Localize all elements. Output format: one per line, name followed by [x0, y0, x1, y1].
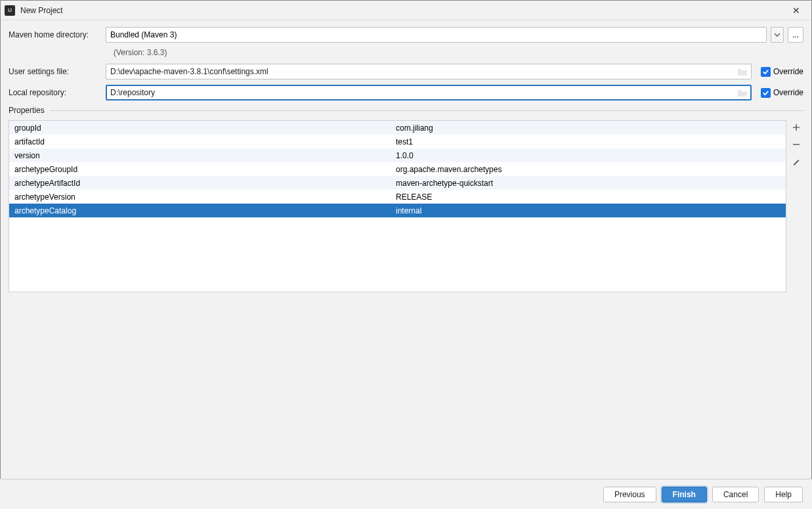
cancel-button[interactable]: Cancel: [712, 487, 759, 502]
more-button[interactable]: ...: [788, 27, 803, 43]
close-icon[interactable]: ✕: [781, 1, 811, 20]
prop-key: archetypeCatalog: [9, 206, 393, 215]
maven-version-text: (Version: 3.6.3): [114, 48, 803, 57]
footer: Previous Finish Cancel Help: [0, 479, 812, 509]
folder-icon[interactable]: [737, 67, 748, 76]
table-row[interactable]: version1.0.0: [9, 148, 786, 162]
maven-home-label: Maven home directory:: [9, 30, 106, 39]
prop-value: org.apache.maven.archetypes: [393, 165, 786, 174]
add-icon[interactable]: [789, 120, 803, 135]
prop-value: internal: [393, 206, 786, 215]
local-repo-override-checkbox[interactable]: [761, 88, 771, 98]
prop-key: archetypeVersion: [9, 192, 393, 202]
user-settings-label: User settings file:: [9, 67, 106, 76]
table-row[interactable]: archetypeVersionRELEASE: [9, 190, 786, 204]
properties-label: Properties: [9, 106, 50, 115]
prop-key: groupId: [9, 123, 393, 133]
maven-home-dropdown[interactable]: Bundled (Maven 3): [106, 27, 767, 43]
remove-icon[interactable]: [789, 137, 803, 152]
local-repo-input[interactable]: [106, 85, 752, 100]
prop-value: test1: [393, 137, 786, 146]
user-settings-override-checkbox[interactable]: [761, 67, 771, 77]
prop-value: RELEASE: [393, 192, 786, 202]
table-row[interactable]: archetypeCataloginternal: [9, 204, 786, 217]
local-repo-override-label: Override: [773, 88, 803, 97]
help-button[interactable]: Help: [764, 487, 803, 502]
edit-icon[interactable]: [789, 154, 803, 169]
prop-key: archetypeGroupId: [9, 165, 393, 174]
prop-value: maven-archetype-quickstart: [393, 179, 786, 188]
table-row[interactable]: archetypeArtifactIdmaven-archetype-quick…: [9, 176, 786, 190]
properties-header: Properties: [9, 106, 803, 115]
prop-value: com.jiliang: [393, 123, 786, 133]
user-settings-override-label: Override: [773, 67, 803, 76]
prop-key: artifactId: [9, 137, 393, 146]
table-row[interactable]: archetypeGroupIdorg.apache.maven.archety…: [9, 162, 786, 176]
properties-table[interactable]: groupIdcom.jiliangartifactIdtest1version…: [9, 120, 786, 292]
user-settings-input[interactable]: [106, 64, 752, 79]
local-repo-label: Local repository:: [9, 88, 106, 97]
prop-key: version: [9, 151, 393, 160]
maven-home-value: Bundled (Maven 3): [110, 30, 177, 39]
chevron-down-icon[interactable]: [771, 27, 784, 43]
window-title: New Project: [20, 6, 63, 15]
finish-button[interactable]: Finish: [662, 487, 707, 502]
titlebar: IJ New Project ✕: [1, 1, 811, 20]
app-icon: IJ: [5, 5, 15, 16]
table-row[interactable]: artifactIdtest1: [9, 135, 786, 148]
table-row[interactable]: groupIdcom.jiliang: [9, 121, 786, 135]
prop-value: 1.0.0: [393, 151, 786, 160]
folder-icon[interactable]: [737, 88, 748, 97]
prop-key: archetypeArtifactId: [9, 179, 393, 188]
previous-button[interactable]: Previous: [603, 487, 656, 502]
